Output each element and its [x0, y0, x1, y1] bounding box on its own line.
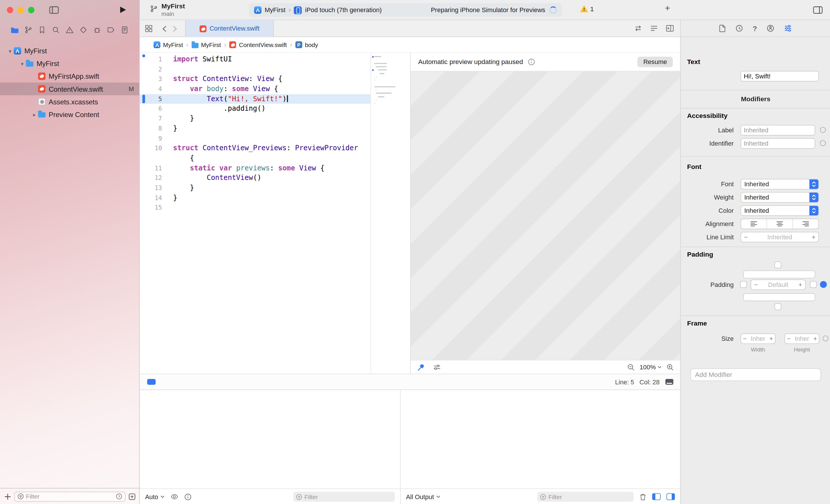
- font-dropdown[interactable]: Inherited: [741, 179, 819, 190]
- print-description-icon[interactable]: [184, 493, 191, 501]
- back-icon[interactable]: [162, 25, 167, 32]
- code-line[interactable]: 4 var body: some View {: [140, 84, 371, 94]
- library-add-button[interactable]: +: [665, 4, 670, 13]
- source-control-filter-icon[interactable]: [129, 493, 135, 500]
- breakpoints-navigator-icon[interactable]: [107, 26, 115, 34]
- activity-status-bar[interactable]: MyFirst › iPod touch (7th generation) Pr…: [249, 3, 562, 17]
- toggle-variables-pane-icon[interactable]: [652, 493, 661, 500]
- attribute-options-button[interactable]: [820, 140, 826, 146]
- code-line[interactable]: 14}: [140, 193, 371, 203]
- attributes-inspector-icon[interactable]: [784, 24, 792, 32]
- navigator-filter-field[interactable]: [14, 491, 125, 501]
- toggle-left-sidebar-icon[interactable]: [49, 6, 59, 14]
- project-navigator-icon[interactable]: [11, 26, 19, 34]
- debug-navigator-icon[interactable]: [93, 26, 101, 34]
- tests-navigator-icon[interactable]: [79, 26, 87, 34]
- variables-scope-selector[interactable]: Auto: [145, 493, 164, 501]
- disclosure-triangle[interactable]: ▾: [19, 61, 26, 66]
- file-inspector-icon[interactable]: [719, 24, 726, 32]
- info-icon[interactable]: [528, 58, 535, 66]
- zoom-out-icon[interactable]: [628, 363, 635, 371]
- swap-editor-icon[interactable]: [634, 25, 642, 32]
- padding-trailing-checkbox[interactable]: [810, 281, 817, 288]
- add-editor-icon[interactable]: [666, 25, 674, 32]
- jump-bar-project[interactable]: MyFirst: [153, 41, 183, 48]
- padding-enabled-toggle[interactable]: [820, 281, 827, 288]
- file-tree-row[interactable]: ▾MyFirst: [0, 44, 139, 57]
- accessibility-identifier-field[interactable]: [741, 138, 815, 149]
- recent-files-icon[interactable]: [116, 493, 122, 500]
- jump-bar-symbol[interactable]: P body: [295, 41, 318, 48]
- zoom-level-control[interactable]: 100%: [640, 363, 662, 371]
- editor-options-icon[interactable]: [650, 25, 658, 32]
- touch-bar-icon[interactable]: [665, 378, 674, 385]
- increment-button[interactable]: +: [796, 281, 805, 289]
- code-line[interactable]: 9: [140, 134, 371, 143]
- zoom-window-button[interactable]: [28, 7, 34, 13]
- code-line[interactable]: 3struct ContentView: View {: [140, 74, 371, 84]
- increment-button[interactable]: +: [811, 335, 819, 342]
- resume-button[interactable]: Resume: [638, 57, 673, 67]
- navigator-filter-input[interactable]: [26, 493, 114, 500]
- toggle-right-sidebar-icon[interactable]: [813, 6, 823, 14]
- accessibility-label-field[interactable]: [741, 125, 815, 136]
- console-filter-field[interactable]: [537, 492, 634, 502]
- decrement-button[interactable]: −: [785, 335, 793, 342]
- bookmarks-navigator-icon[interactable]: [38, 26, 46, 34]
- quicklook-eye-icon[interactable]: [170, 494, 178, 500]
- warning-indicator[interactable]: 1: [580, 5, 594, 13]
- jump-bar-group[interactable]: MyFirst: [191, 41, 221, 48]
- related-items-icon[interactable]: [145, 25, 153, 32]
- decrement-button[interactable]: −: [751, 281, 761, 289]
- console-scope-selector[interactable]: All Output: [406, 493, 440, 501]
- padding-top-checkbox[interactable]: [774, 262, 781, 268]
- close-window-button[interactable]: [7, 7, 13, 13]
- code-line[interactable]: 5 Text("Hi!, Swift!"): [140, 94, 371, 104]
- color-dropdown[interactable]: Inherited: [741, 205, 819, 216]
- source-editor[interactable]: 1import SwiftUI23struct ContentView: Vie…: [140, 53, 371, 374]
- history-inspector-icon[interactable]: [735, 24, 743, 32]
- code-line[interactable]: 15: [140, 203, 371, 213]
- add-modifier-field[interactable]: [690, 368, 821, 381]
- quick-help-inspector-icon[interactable]: [753, 24, 757, 33]
- toggle-console-pane-icon[interactable]: [667, 493, 675, 500]
- console-filter-input[interactable]: [548, 494, 631, 500]
- forward-icon[interactable]: [172, 25, 178, 32]
- align-right-segment[interactable]: [793, 219, 819, 229]
- padding-leading-checkbox[interactable]: [740, 281, 747, 288]
- decrement-button[interactable]: −: [741, 335, 749, 342]
- file-tree-row[interactable]: MyFirstApp.swift: [0, 70, 139, 82]
- run-button[interactable]: [120, 6, 127, 14]
- preview-options-icon[interactable]: [433, 363, 441, 371]
- disclosure-triangle[interactable]: ▾: [6, 48, 14, 54]
- disclosure-triangle[interactable]: ▸: [31, 111, 38, 117]
- find-navigator-icon[interactable]: [52, 26, 60, 34]
- text-value-field[interactable]: [741, 71, 819, 81]
- accessibility-inspector-icon[interactable]: [767, 24, 775, 32]
- attribute-options-button[interactable]: [823, 336, 828, 341]
- weight-dropdown[interactable]: Inherited: [741, 192, 819, 203]
- file-tree-row[interactable]: ContentView.swiftM: [0, 82, 139, 95]
- padding-bottom-checkbox[interactable]: [774, 303, 781, 310]
- scheme-info[interactable]: MyFirst main: [150, 3, 185, 17]
- decrement-button[interactable]: −: [741, 233, 751, 241]
- minimize-window-button[interactable]: [18, 7, 24, 13]
- align-center-segment[interactable]: [767, 219, 793, 229]
- code-line[interactable]: 11 static var previews: some View {: [140, 163, 371, 173]
- code-line[interactable]: 12 ContentView(): [140, 173, 371, 183]
- align-left-segment[interactable]: [741, 219, 767, 229]
- code-line[interactable]: {: [140, 154, 371, 163]
- clear-console-icon[interactable]: [639, 493, 646, 501]
- code-line[interactable]: 1import SwiftUI: [140, 55, 371, 64]
- code-line[interactable]: 10struct ContentView_Previews: PreviewPr…: [140, 143, 371, 154]
- increment-button[interactable]: +: [809, 233, 819, 241]
- file-tree-row[interactable]: Assets.xcassets: [0, 95, 139, 108]
- preview-canvas[interactable]: [411, 71, 680, 360]
- code-line[interactable]: 6 .padding(): [140, 104, 371, 114]
- source-control-navigator-icon[interactable]: [24, 26, 32, 34]
- variables-filter-input[interactable]: [304, 494, 392, 500]
- code-line[interactable]: 13 }: [140, 183, 371, 193]
- increment-button[interactable]: +: [767, 335, 775, 342]
- code-line[interactable]: 7 }: [140, 114, 371, 124]
- code-line[interactable]: 8}: [140, 124, 371, 134]
